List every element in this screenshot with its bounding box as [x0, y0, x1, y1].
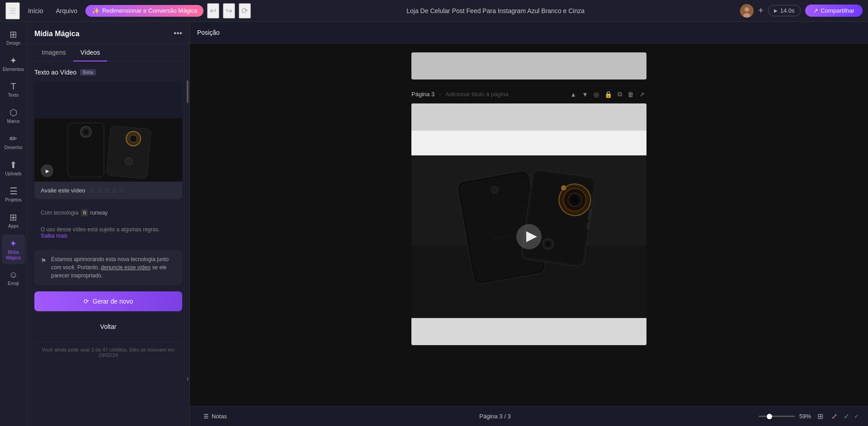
arquivo-link[interactable]: Arquivo	[51, 5, 81, 16]
play-overlay[interactable]: ▶	[41, 164, 53, 177]
inicio-link[interactable]: Início	[24, 5, 47, 16]
sidebar-item-label-texto: Texto	[8, 93, 19, 98]
time-label: 14.0s	[780, 7, 795, 14]
runway-label: runway	[90, 210, 108, 216]
page-copy-button[interactable]: ⧉	[616, 89, 624, 100]
panel-tabs: Imagens Vídeos	[27, 44, 189, 61]
sidebar-item-label-desenho: Desenho	[4, 145, 22, 150]
play-triangle-icon: ▶	[46, 169, 49, 173]
share-icon: ↗	[813, 7, 818, 14]
page-down-button[interactable]: ▼	[580, 89, 590, 100]
main-layout: ⊞ Design ✦ Elementos T Texto ⬡ Marca ✏ D…	[0, 22, 868, 426]
page-delete-button[interactable]: 🗑	[626, 89, 636, 100]
star-2[interactable]: ☆	[96, 186, 103, 195]
page-title-input[interactable]	[445, 91, 521, 98]
sidebar-item-elementos[interactable]: ✦ Elementos	[2, 51, 25, 76]
page-up-button[interactable]: ▲	[568, 89, 578, 100]
uploads-icon: ⬆	[9, 159, 17, 170]
page-2-canvas[interactable]	[411, 52, 646, 80]
rate-section: Avalie este vídeo ☆ ☆ ☆ ☆ ☆	[34, 182, 182, 199]
sync-button[interactable]: ⟳	[239, 3, 251, 19]
generate-icon: ⟳	[84, 298, 89, 305]
magic-resize-button[interactable]: ✨ Redimensionar e Conversão Mágica	[85, 5, 203, 17]
marca-icon: ⬡	[9, 107, 17, 118]
page-3-canvas[interactable]: SOOES	[411, 103, 646, 345]
page-export-button[interactable]: ↗	[637, 89, 646, 100]
grid-view-button[interactable]: ⊞	[816, 410, 825, 422]
fit-screen-button[interactable]: ⤢	[830, 410, 839, 422]
sidebar-item-label-emoji: Emoji	[8, 281, 19, 286]
page-hide-button[interactable]: ◎	[592, 89, 601, 100]
menu-icon-button[interactable]: ☰	[5, 2, 20, 19]
page-actions: ▲ ▼ ◎ 🔒 ⧉ 🗑 ↗	[568, 89, 646, 100]
undo-button[interactable]: ↩	[207, 3, 219, 19]
generate-button[interactable]: ⟳ Gerar de novo	[34, 291, 182, 311]
sidebar: ⊞ Design ✦ Elementos T Texto ⬡ Marca ✏ D…	[0, 22, 27, 426]
sidebar-item-projetos[interactable]: ☰ Projetos	[2, 182, 25, 206]
sidebar-item-uploads[interactable]: ⬆ Uploads	[2, 156, 25, 180]
video-top-placeholder	[34, 82, 182, 118]
sidebar-item-apps[interactable]: ⊞ Apps	[2, 208, 25, 233]
page-3-label: Página 3	[411, 91, 434, 98]
page-bottom-section	[411, 318, 646, 345]
zoom-slider[interactable]	[759, 416, 795, 417]
back-button[interactable]: Voltar	[34, 318, 182, 336]
beta-badge: Beta	[80, 69, 96, 75]
section-title-text: Texto ao Vídeo	[34, 69, 76, 76]
svg-point-9	[125, 158, 132, 165]
add-page-button[interactable]: +	[758, 5, 764, 16]
redo-button[interactable]: ↪	[223, 3, 235, 19]
video-card: ▶ Avalie este vídeo ☆ ☆ ☆ ☆ ☆	[34, 82, 182, 199]
notes-button[interactable]: ☰ Notas	[199, 410, 231, 422]
notes-icon: ☰	[203, 413, 209, 420]
tab-imagens[interactable]: Imagens	[34, 44, 73, 61]
svg-rect-18	[523, 171, 594, 266]
check-icon: ✓	[844, 412, 849, 421]
notes-label: Notas	[212, 413, 227, 420]
star-4[interactable]: ☆	[111, 186, 117, 195]
page-top-section	[411, 103, 646, 131]
sidebar-item-marca[interactable]: ⬡ Marca	[2, 103, 25, 128]
video-thumbnail[interactable]: ▶	[34, 118, 182, 182]
info-box: ⚑ Estamos aprimorando esta nova tecnolog…	[34, 250, 182, 285]
sidebar-item-label-projetos: Projetos	[5, 197, 22, 203]
star-1[interactable]: ☆	[89, 186, 95, 195]
credits-text: Você ainda pode usar 1 de 47 créditos. E…	[34, 342, 182, 360]
star-rating[interactable]: ☆ ☆ ☆ ☆ ☆	[89, 186, 124, 195]
canvas-topbar: Posição	[190, 22, 868, 43]
sidebar-item-texto[interactable]: T Texto	[2, 78, 25, 102]
midia-magica-icon: ✦	[9, 238, 17, 249]
share-label: Compartilhar	[821, 7, 854, 14]
denuncie-link[interactable]: denuncie esse vídeo	[101, 264, 151, 271]
preview-time-button[interactable]: ▶ 14.0s	[768, 5, 801, 16]
canvas-scroll[interactable]: Página 3 - ▲ ▼ ◎ 🔒 ⧉ 🗑 ↗	[190, 43, 868, 406]
sidebar-item-emoji[interactable]: ☺ Emoji	[2, 266, 25, 290]
canvas-area: Posição Página 3 -	[190, 22, 868, 426]
projetos-icon: ☰	[9, 186, 18, 197]
sidebar-item-label-uploads: Uploads	[5, 171, 22, 177]
sidebar-item-label-marca: Marca	[7, 119, 20, 124]
share-button[interactable]: ↗ Compartilhar	[805, 5, 863, 17]
play-icon: ▶	[774, 8, 778, 13]
page-label-dash: -	[439, 91, 441, 98]
saiba-mais-link[interactable]: Saiba mais	[41, 233, 67, 239]
panel-scrollbar[interactable]	[187, 80, 189, 103]
avatar[interactable]	[740, 4, 754, 18]
star-5[interactable]: ☆	[118, 186, 124, 195]
sidebar-item-desenho[interactable]: ✏ Desenho	[2, 130, 25, 154]
panel-content: Texto ao Vídeo Beta	[27, 61, 189, 426]
star-3[interactable]: ☆	[104, 186, 110, 195]
panel-more-button[interactable]: •••	[174, 29, 182, 38]
zoom-percentage[interactable]: 59%	[799, 413, 811, 420]
generate-label: Gerar de novo	[93, 298, 133, 305]
apps-icon: ⊞	[9, 212, 17, 223]
page-video-section[interactable]: SOOES	[411, 155, 646, 318]
tab-videos[interactable]: Vídeos	[73, 44, 108, 61]
panel-header: Mídia Mágica •••	[27, 22, 189, 44]
panel-scrollbar-bottom[interactable]	[187, 377, 189, 381]
sidebar-item-design[interactable]: ⊞ Design	[2, 25, 25, 50]
sidebar-item-midia-magica[interactable]: ✦ Mídia Mágica	[2, 234, 25, 264]
bottom-center: Página 3 / 3	[237, 413, 753, 420]
info-icon: ⚑	[41, 256, 47, 280]
page-lock-button[interactable]: 🔒	[603, 89, 614, 100]
